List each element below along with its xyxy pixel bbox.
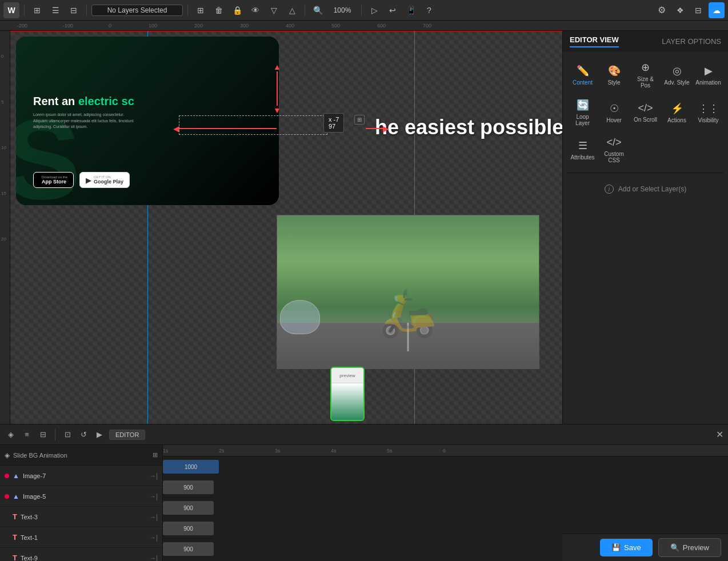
settings-icon[interactable]: ⚙ — [654, 2, 670, 18]
tl-layer-text9[interactable]: T Text-9 →| — [0, 548, 162, 561]
tl-block-image7[interactable]: 900 — [163, 480, 214, 494]
tl-group-row: ◈ Slide BG Animation ⊞ — [0, 445, 162, 466]
slide-buttons: Download on the App Store ▶ GET IT ON Go… — [33, 172, 130, 188]
lock-icon[interactable]: 🔒 — [229, 2, 245, 18]
tl-block-image5[interactable]: 900 — [163, 501, 214, 515]
size-pos-tab[interactable]: ⊕ Size & Pos — [630, 57, 661, 93]
grid2-icon[interactable]: ⊟ — [690, 2, 706, 18]
appstore-button[interactable]: Download on the App Store — [33, 172, 74, 188]
resize-handle[interactable]: ⊞ — [354, 115, 365, 125]
loop-layer-tab[interactable]: 🔄 Loop Layer — [567, 94, 598, 131]
delete-icon[interactable]: 🗑 — [211, 2, 227, 18]
slide-text-block: Rent an electric sc Lorem ipsum dolor si… — [33, 94, 136, 130]
group-copy-icon[interactable]: ⊞ — [153, 451, 158, 459]
slide-subtitle: Lorem ipsum dolor sit amet, adipiscing c… — [33, 112, 136, 130]
timeline-layers: ◈ Slide BG Animation ⊞ ▲ Image-7 →| ▲ Im… — [0, 445, 163, 561]
adv-style-icon: ◎ — [673, 65, 682, 77]
content-icon: ✏️ — [577, 65, 589, 77]
phone-preview: preview — [330, 367, 365, 421]
size-pos-icon: ⊕ — [641, 61, 650, 74]
timeline-header: ◈ ≡ ⊟ ⊡ ↺ ▶ EDITOR ✕ — [0, 424, 728, 445]
list-icon[interactable]: ☰ — [47, 2, 63, 18]
tl-layer-text1[interactable]: T Text-1 →| — [0, 527, 162, 548]
save-label: Save — [624, 543, 641, 552]
tl-block-text1[interactable]: 900 — [163, 542, 214, 556]
layer-name-image7: Image-7 — [23, 472, 146, 479]
tl-folder-icon[interactable]: ⊟ — [37, 428, 49, 441]
canvas-area[interactable]: S Rent an electric sc Lorem ipsum dolor … — [10, 31, 562, 424]
time-tick-1s: 1s — [163, 448, 169, 454]
tl-block-text3[interactable]: 900 — [163, 522, 214, 535]
eye-icon[interactable]: 👁 — [247, 2, 263, 18]
layer-end-text3: →| — [149, 513, 158, 521]
layer-options-tab[interactable]: LAYER OPTIONS — [662, 37, 721, 46]
preview-label: Preview — [683, 543, 709, 552]
tl-play-icon[interactable]: ▶ — [93, 428, 106, 441]
layer-dot-image5 — [5, 494, 9, 499]
visibility-icon: ⋮⋮ — [698, 102, 719, 115]
content-tab[interactable]: ✏️ Content — [567, 57, 598, 93]
custom-css-icon: </> — [606, 137, 621, 149]
info-icon: i — [605, 185, 614, 194]
tl-block-header[interactable]: 1000 — [163, 460, 219, 474]
style-icon: 🎨 — [608, 65, 621, 77]
ruler-tick: 0 — [109, 23, 111, 29]
text-T3-icon: T — [13, 554, 17, 561]
style-tab[interactable]: 🎨 Style — [599, 57, 629, 93]
scooter-image: 🛵 — [277, 215, 539, 369]
ruler-tick: 400 — [286, 23, 294, 29]
ruler-tick: -200 — [17, 23, 27, 29]
adv-style-label: Adv. Style — [664, 79, 689, 86]
visibility-tab[interactable]: ⋮⋮ Visibility — [693, 94, 723, 131]
googleplay-name: Google Play — [94, 179, 123, 185]
tl-list-icon[interactable]: ≡ — [21, 428, 33, 441]
tl-cycle-icon[interactable]: ↺ — [77, 428, 90, 441]
custom-css-tab[interactable]: </> Custom CSS — [599, 132, 629, 168]
preview-icon: 🔍 — [670, 543, 679, 552]
ruler-tick: 300 — [240, 23, 249, 29]
sep2 — [86, 5, 87, 16]
editor-button[interactable]: EDITOR — [109, 430, 145, 440]
adv-style-tab[interactable]: ◎ Adv. Style — [662, 57, 692, 93]
googleplay-button[interactable]: ▶ GET IT ON Google Play — [79, 172, 130, 188]
grid-icon[interactable]: ⊞ — [29, 2, 45, 18]
undo-icon[interactable]: ↩ — [385, 2, 401, 18]
time-tick-6: 6 — [443, 448, 446, 454]
help-icon[interactable]: ? — [421, 2, 437, 18]
tl-close-button[interactable]: ✕ — [716, 429, 723, 440]
copy-icon[interactable]: ⊞ — [193, 2, 209, 18]
save-button[interactable]: 💾 Save — [600, 539, 653, 556]
group-name: Slide BG Animation — [13, 452, 149, 459]
tl-layers-icon[interactable]: ◈ — [5, 428, 17, 441]
tl-layer-image7[interactable]: ▲ Image-7 →| — [0, 466, 162, 486]
plugin-icon[interactable]: ❖ — [672, 2, 688, 18]
wordpress-icon[interactable]: W — [3, 2, 19, 18]
coord-x: x -7 — [329, 116, 339, 123]
ruler-tick: -100 — [63, 23, 73, 29]
animation-tab[interactable]: ▶ Animation — [693, 57, 723, 93]
time-tick-3s: 3s — [275, 448, 281, 454]
layout-icon[interactable]: ⊟ — [66, 2, 82, 18]
cursor-icon[interactable]: ▷ — [366, 2, 382, 18]
on-scroll-tab[interactable]: </> On Scroll — [630, 94, 661, 131]
layer-end-image7: →| — [149, 472, 158, 480]
preview-button[interactable]: 🔍 Preview — [658, 538, 721, 557]
content-label: Content — [573, 79, 593, 86]
actions-tab[interactable]: ⚡ Actions — [662, 94, 692, 131]
up-icon[interactable]: △ — [284, 2, 300, 18]
hover-tab[interactable]: ☉ Hover — [599, 94, 629, 131]
editor-view-tab[interactable]: EDITOR VIEW — [570, 35, 619, 47]
toolbar-right: ⚙ ❖ ⊟ ☁ — [654, 2, 725, 18]
coord-y: 97 — [329, 123, 339, 130]
time-tick-4s: 4s — [331, 448, 337, 454]
mobile-icon[interactable]: 📱 — [403, 2, 419, 18]
tl-grid-icon[interactable]: ⊡ — [61, 428, 74, 441]
tl-sep — [55, 429, 55, 440]
tl-layer-text3[interactable]: T Text-3 →| — [0, 507, 162, 527]
hover-label: Hover — [606, 117, 622, 123]
search-icon[interactable]: 🔍 — [310, 2, 326, 18]
down-icon[interactable]: ▽ — [266, 2, 282, 18]
attributes-tab[interactable]: ☰ Attributes — [567, 132, 598, 168]
tl-layer-image5[interactable]: ▲ Image-5 →| — [0, 486, 162, 507]
cloud-icon[interactable]: ☁ — [709, 2, 725, 18]
